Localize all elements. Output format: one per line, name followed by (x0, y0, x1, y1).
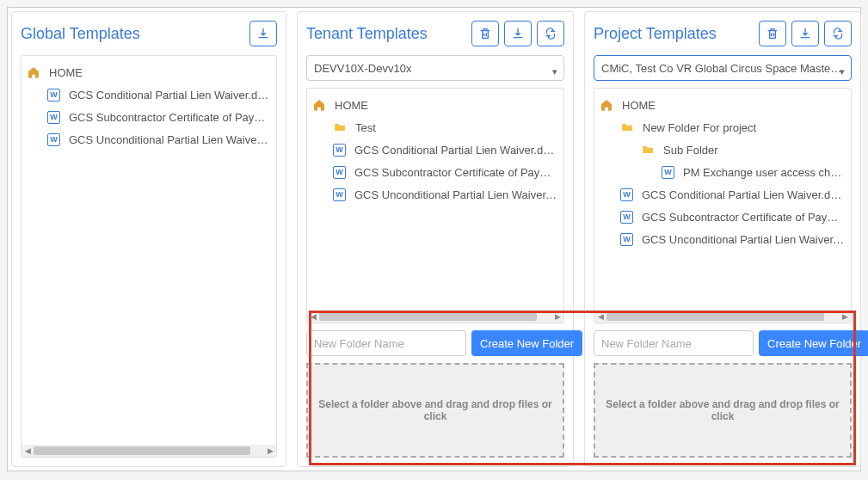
home-label: HOME (335, 99, 368, 112)
tenant-templates-panel: Tenant Templates ▾ HOME (297, 11, 574, 467)
file-node[interactable]: W GCS Unconditional Partial Lien Waiver.… (600, 228, 846, 250)
file-node[interactable]: W GCS Unconditional Partial Lien Waiver.… (27, 128, 271, 151)
file-node[interactable]: W GCS Subcontractor Certificate of Payme… (312, 161, 558, 183)
tenant-tree: HOME Test W GCS Conditional Partial Lien… (306, 88, 564, 323)
folder-label: Sub Folder (663, 144, 718, 157)
horizontal-scrollbar[interactable]: ◀▶ (594, 311, 851, 323)
word-file-icon: W (620, 211, 633, 224)
sync-icon (831, 27, 845, 40)
folder-icon (641, 143, 655, 157)
project-actions (759, 21, 852, 46)
file-node[interactable]: W GCS Subcontractor Certificate of Payme… (600, 206, 846, 228)
tenant-title: Tenant Templates (306, 25, 428, 43)
folder-label: New Folder For project (643, 121, 756, 134)
download-icon (256, 27, 270, 40)
project-new-folder-row: Create New Folder (594, 330, 852, 356)
delete-button[interactable] (759, 21, 786, 46)
tenant-new-folder-row: Create New Folder (306, 330, 564, 356)
word-file-icon: W (47, 133, 60, 146)
delete-button[interactable] (471, 21, 499, 46)
tenant-dropzone[interactable]: Select a folder above and drag and drop … (306, 363, 564, 458)
folder-label: Test (355, 121, 376, 134)
project-header: Project Templates (594, 21, 852, 46)
file-label: GCS Subcontractor Certificate of Payment… (354, 166, 558, 179)
project-dropzone[interactable]: Select a folder above and drag and drop … (594, 363, 852, 458)
word-file-icon: W (333, 188, 346, 201)
global-title: Global Templates (21, 25, 140, 43)
word-file-icon: W (333, 144, 346, 157)
download-icon (798, 27, 812, 40)
file-node[interactable]: W GCS Conditional Partial Lien Waiver.do… (600, 183, 846, 206)
new-folder-input[interactable] (306, 330, 466, 356)
word-file-icon: W (333, 166, 346, 179)
file-label: GCS Conditional Partial Lien Waiver.docx (642, 188, 846, 201)
global-tree: HOME W GCS Conditional Partial Lien Waiv… (21, 55, 277, 458)
file-label: GCS Unconditional Partial Lien Waiver.do… (354, 188, 558, 201)
home-label: HOME (49, 66, 83, 79)
sync-button[interactable] (537, 21, 564, 46)
file-node[interactable]: W GCS Conditional Partial Lien Waiver.do… (312, 138, 558, 161)
word-file-icon: W (620, 188, 633, 201)
file-node[interactable]: W GCS Unconditional Partial Lien Waiver.… (312, 183, 558, 206)
home-icon (27, 65, 40, 79)
global-header: Global Templates (21, 21, 277, 46)
home-icon (600, 98, 613, 112)
folder-icon (333, 120, 347, 134)
global-actions (249, 21, 277, 46)
create-folder-button[interactable]: Create New Folder (471, 330, 582, 356)
tenant-header: Tenant Templates (306, 21, 564, 46)
download-button[interactable] (504, 21, 532, 46)
global-templates-panel: Global Templates HOME W GCS Conditional … (11, 11, 286, 467)
file-label: GCS Subcontractor Certificate of Payment… (69, 111, 271, 124)
file-node[interactable]: W GCS Subcontractor Certificate of Payme… (27, 106, 271, 128)
project-title: Project Templates (594, 25, 717, 43)
folder-icon (620, 120, 634, 134)
file-label: GCS Conditional Partial Lien Waiver.docx (69, 89, 271, 102)
file-label: GCS Unconditional Partial Lien Waiver.do… (642, 233, 846, 246)
folder-node[interactable]: Sub Folder (600, 138, 846, 161)
project-tree: HOME New Folder For project Sub Folder W… (594, 88, 852, 323)
tenant-actions (471, 21, 564, 46)
download-button[interactable] (791, 21, 819, 46)
file-label: PM Exchange user access changes (1).docx (683, 166, 846, 179)
word-file-icon: W (662, 166, 674, 179)
word-file-icon: W (47, 111, 60, 124)
home-node[interactable]: HOME (312, 94, 558, 116)
horizontal-scrollbar[interactable]: ◀▶ (307, 311, 563, 323)
sync-button[interactable] (824, 21, 852, 46)
home-icon (312, 98, 326, 112)
project-templates-panel: Project Templates ▾ HOME (584, 11, 861, 467)
download-button[interactable] (249, 21, 277, 46)
home-node[interactable]: HOME (27, 61, 271, 83)
trash-icon (478, 27, 492, 40)
new-folder-input[interactable] (594, 330, 754, 356)
file-label: GCS Unconditional Partial Lien Waiver.do… (69, 133, 271, 146)
home-node[interactable]: HOME (600, 94, 846, 116)
horizontal-scrollbar[interactable]: ◀▶ (22, 445, 276, 457)
word-file-icon: W (620, 233, 633, 246)
folder-node[interactable]: Test (312, 116, 558, 138)
word-file-icon: W (47, 89, 60, 102)
tenant-select[interactable] (306, 55, 564, 81)
download-icon (511, 27, 525, 40)
trash-icon (766, 27, 779, 40)
project-select[interactable] (594, 55, 852, 81)
create-folder-button[interactable]: Create New Folder (759, 330, 868, 356)
file-node[interactable]: W GCS Conditional Partial Lien Waiver.do… (27, 83, 271, 106)
home-label: HOME (622, 99, 656, 112)
sync-icon (544, 27, 557, 40)
folder-node[interactable]: New Folder For project (600, 116, 846, 138)
file-node[interactable]: W PM Exchange user access changes (1).do… (600, 161, 846, 183)
main-container: Global Templates HOME W GCS Conditional … (7, 7, 861, 471)
file-label: GCS Conditional Partial Lien Waiver.docx (354, 144, 558, 157)
file-label: GCS Subcontractor Certificate of Payment… (642, 211, 846, 224)
